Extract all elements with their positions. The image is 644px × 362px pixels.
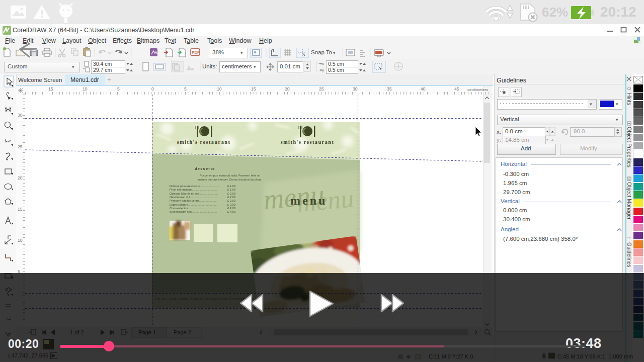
svg-text:£ 2.00: £ 2.00 <box>227 192 235 195</box>
svg-text:Praesent sagittis verius......: Praesent sagittis verius................… <box>170 199 218 202</box>
svg-text:£ 4.00: £ 4.00 <box>227 210 235 213</box>
svg-text:⇥y: ⇥y <box>318 68 324 72</box>
svg-text:⇥x: ⇥x <box>318 61 324 66</box>
svg-text:smith's restaurant: smith's restaurant <box>177 139 231 145</box>
svg-text:Fusce tempus euismod nulla. Pr: Fusce tempus euismod nulla. Praesent fel… <box>200 174 260 177</box>
svg-text:£ 3.00: £ 3.00 <box>227 207 235 210</box>
svg-text:desserts: desserts <box>195 166 215 171</box>
svg-text:Proin est tincidunt...........: Proin est tincidunt.....................… <box>170 188 217 191</box>
svg-text:Sed tincidunt sed.............: Sed tincidunt sed.......................… <box>170 210 217 213</box>
svg-text:Quisque lobortis mi sed.......: Quisque lobortis mi sed.................… <box>170 192 218 195</box>
svg-text:mauris tempus semper. Donec ti: mauris tempus semper. Donec tincidunt fa… <box>198 178 262 181</box>
svg-text:Etiam posuere.................: Etiam posuere...........................… <box>170 203 218 206</box>
svg-text:smith's restaurant: smith's restaurant <box>281 139 335 145</box>
svg-text:menu: menu <box>290 194 327 207</box>
svg-text:Nam laoreet dui...............: Nam laoreet dui.........................… <box>170 196 217 199</box>
svg-text:£ 2.00: £ 2.00 <box>227 196 235 199</box>
svg-text:Cras eu lectus................: Cras eu lectus..........................… <box>170 207 217 210</box>
svg-text:PDF: PDF <box>192 50 200 55</box>
svg-text:£ 1.00: £ 1.00 <box>227 188 235 191</box>
svg-text:Dolores posuere cursus........: Dolores posuere cursus..................… <box>170 185 221 188</box>
svg-text:£ 2.00: £ 2.00 <box>227 199 235 202</box>
svg-text:£ 1.00: £ 1.00 <box>227 185 235 188</box>
svg-text:£ 3.00: £ 3.00 <box>227 203 235 206</box>
